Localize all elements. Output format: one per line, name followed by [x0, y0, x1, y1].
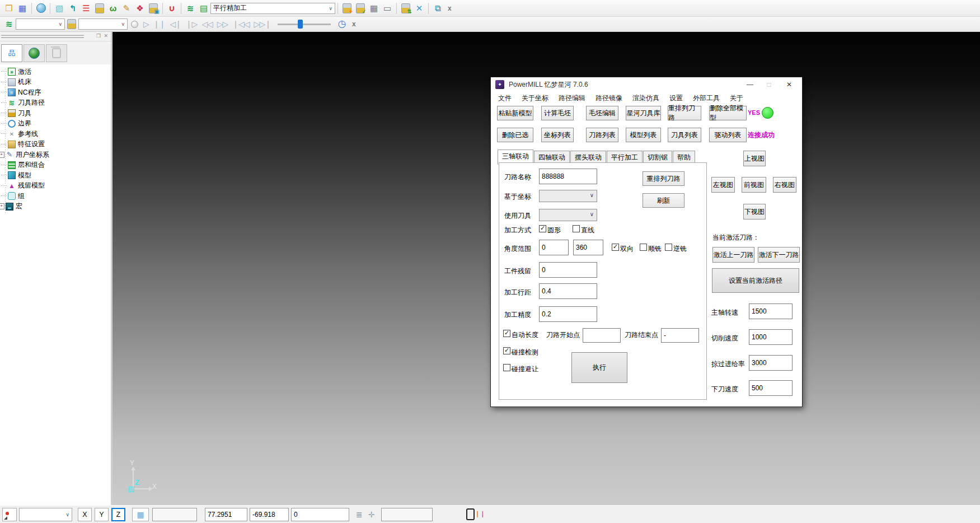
tab-globe-view[interactable] — [24, 44, 45, 62]
tree-item-boundaries[interactable]: 边界 — [0, 119, 111, 129]
tree-item-workplanes[interactable]: +✎用户坐标系 — [0, 150, 111, 160]
float-panel-icon[interactable]: ❐ — [96, 33, 101, 39]
minimize-button[interactable]: — — [740, 77, 759, 92]
block-edit-button[interactable]: 毛坯编辑 — [586, 106, 618, 120]
auto-length-checkbox[interactable] — [503, 330, 510, 337]
climb-checkbox[interactable] — [640, 244, 647, 251]
paste-new-model-button[interactable]: 粘贴新模型 — [497, 106, 533, 120]
tree-item-tools[interactable]: 刀具 — [0, 108, 111, 119]
menu-about[interactable]: 关于 — [725, 94, 748, 103]
dock-grip[interactable]: ❐ ✕ — [0, 32, 111, 41]
tab-trash-view[interactable] — [46, 44, 67, 62]
collision-avoid-checkbox[interactable] — [503, 364, 510, 371]
tree-item-nc-programs[interactable]: ≡NC程序 — [0, 87, 111, 98]
go-end-button[interactable]: ▷▷❘ — [254, 20, 271, 29]
toolpath-list-icon[interactable]: ▤ — [198, 2, 210, 15]
rearrange-button[interactable]: 重排列刀路 — [643, 171, 684, 186]
picked-point-button[interactable] — [2, 508, 17, 521]
calculator-icon[interactable]: ▦ — [368, 2, 380, 15]
step-back-button[interactable]: ◁❘ — [170, 20, 181, 29]
axis-z-button[interactable]: Z — [111, 508, 125, 521]
circle-checkbox[interactable] — [539, 225, 546, 232]
delete-selected-button[interactable]: 删除已选 — [497, 128, 533, 142]
item-list-icon[interactable]: ≣ — [356, 510, 363, 519]
spindle-speed-input[interactable] — [749, 303, 793, 319]
view-top-button[interactable]: 上视图 — [743, 151, 766, 166]
lightbulb-icon[interactable] — [128, 18, 140, 30]
collision-detect-checkbox[interactable] — [503, 347, 510, 354]
slider-handle[interactable] — [298, 20, 303, 29]
ruler-icon[interactable]: ▭ — [381, 2, 393, 15]
models-icon[interactable]: ⧉ — [432, 2, 444, 15]
activate-prev-button[interactable]: 激活上一刀路 — [712, 247, 754, 263]
end-point-input[interactable] — [661, 328, 699, 343]
feeds-and-speeds-icon[interactable]: ☰ — [80, 2, 92, 15]
axis-x-button[interactable]: X — [78, 508, 92, 521]
model-list-button[interactable]: 模型列表 — [626, 128, 661, 142]
tree-item-activate[interactable]: »激活 — [0, 67, 111, 77]
rapid-moves-icon[interactable]: ↰ — [67, 2, 79, 15]
menu-external-tools[interactable]: 外部工具 — [688, 94, 725, 103]
menu-render-sim[interactable]: 渲染仿真 — [627, 94, 664, 103]
angle-from-input[interactable] — [539, 240, 569, 255]
set-active-path-button[interactable]: 设置当前激活路径 — [712, 268, 799, 293]
menu-file[interactable]: 文件 — [493, 94, 517, 103]
tool-dropdown[interactable] — [539, 209, 597, 221]
tool-pair-icon[interactable]: ⇅ — [400, 2, 412, 15]
coord-y-input[interactable] — [250, 508, 289, 521]
plunge-feed-input[interactable] — [749, 380, 793, 396]
open-project-icon[interactable]: ❒ — [3, 2, 15, 15]
rearrange-toolpaths-button[interactable]: 重排列刀路 — [668, 106, 701, 120]
calc-block-button[interactable]: 计算毛坯 — [541, 106, 574, 120]
axis-y-button[interactable]: Y — [95, 508, 109, 521]
sim-tool-dropdown[interactable]: ∨ — [78, 18, 128, 30]
tree-item-stock-models[interactable]: ▲残留模型 — [0, 181, 111, 192]
play-button[interactable]: ▷ — [143, 20, 149, 29]
activate-next-button[interactable]: 激活下一刀路 — [758, 247, 800, 263]
pattern-points-icon[interactable]: ❖ — [134, 2, 146, 15]
grid-button[interactable]: ▦ — [132, 508, 149, 521]
tool-list-button[interactable]: 刀具列表 — [668, 128, 701, 142]
menu-path-edit[interactable]: 路径编辑 — [554, 94, 590, 103]
coord-x-input[interactable] — [205, 508, 247, 521]
collision-check-icon[interactable]: ω — [107, 2, 119, 15]
toolpath-name-input[interactable] — [539, 169, 597, 184]
pause-button[interactable]: ❘❘ — [153, 20, 165, 29]
toolpath-icon[interactable]: ≋ — [184, 2, 196, 15]
preview-ball-icon[interactable] — [35, 2, 47, 15]
delete-all-models-button[interactable]: 删除全部模型 — [709, 106, 747, 120]
skim-feed-input[interactable] — [749, 355, 793, 371]
refresh-button[interactable]: 刷新 — [643, 193, 684, 208]
view-right-button[interactable]: 右视图 — [773, 177, 796, 193]
close-button[interactable]: ✕ — [780, 77, 799, 92]
menu-path-mirror[interactable]: 路径镜像 — [590, 94, 627, 103]
tool-check-icon[interactable]: ✓ — [354, 2, 367, 15]
conventional-checkbox[interactable] — [665, 244, 672, 251]
cross-arrows-icon[interactable]: ✕ — [413, 2, 425, 15]
cutting-feed-input[interactable] — [749, 329, 793, 345]
sim-toolpath-dropdown[interactable]: ∨ — [16, 18, 65, 30]
stock-input[interactable] — [539, 262, 597, 278]
tree-item-machine[interactable]: 机床 — [0, 77, 111, 88]
close-panel-icon[interactable]: ✕ — [104, 33, 108, 39]
coord-dropdown[interactable] — [539, 190, 597, 202]
menu-settings[interactable]: 设置 — [664, 94, 688, 103]
speed-slider[interactable] — [278, 19, 331, 29]
angle-to-input[interactable] — [573, 240, 603, 255]
tree-item-levels-sets[interactable]: 层和组合 — [0, 160, 111, 171]
tree-item-patterns[interactable]: ✕参考线 — [0, 129, 111, 139]
close-toolbar-icon[interactable]: x — [448, 4, 452, 12]
maximize-button[interactable]: □ — [759, 77, 779, 92]
start-point-input[interactable] — [583, 328, 621, 343]
tree-item-models[interactable]: 模型 — [0, 170, 111, 181]
status-dropdown[interactable]: ∨ — [19, 508, 72, 521]
drive-list-button[interactable]: 驱动列表 — [709, 128, 747, 142]
tool-library-button[interactable]: 星河刀具库 — [626, 106, 661, 120]
coord-list-button[interactable]: 坐标列表 — [541, 128, 574, 142]
menu-about-coords[interactable]: 关于坐标 — [517, 94, 554, 103]
curve-editor-icon[interactable]: ✎ — [120, 2, 133, 15]
expand-icon[interactable]: + — [0, 203, 4, 209]
tool-block-icon[interactable]: ▣ — [147, 2, 160, 15]
holder-icon[interactable]: ∪ — [166, 2, 178, 15]
grid-size-input[interactable] — [152, 508, 197, 521]
